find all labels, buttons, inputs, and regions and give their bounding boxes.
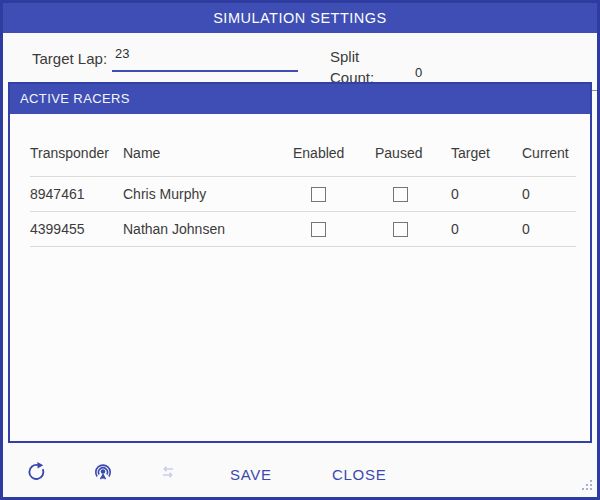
col-header-target: Target	[451, 114, 522, 177]
enabled-checkbox[interactable]	[311, 187, 326, 202]
close-button[interactable]: CLOSE	[328, 462, 390, 486]
active-racers-panel: ACTIVE RACERS Transponder Name Enabled P…	[8, 82, 592, 443]
racer-row: 8947461 Chris Murphy 0 0	[30, 177, 576, 212]
transponder-cell: 8947461	[30, 177, 123, 212]
racer-row: 4399455 Nathan Johnsen 0 0	[30, 212, 576, 247]
name-cell: Nathan Johnsen	[123, 212, 293, 247]
broadcast-button[interactable]	[89, 458, 117, 488]
titlebar[interactable]: SIMULATION SETTINGS	[3, 3, 597, 33]
swap-arrows-icon	[158, 462, 178, 482]
col-header-transponder: Transponder	[30, 114, 123, 177]
resize-grip[interactable]	[580, 478, 594, 492]
current-cell: 0	[522, 177, 576, 212]
target-lap-field: Target Lap:	[32, 46, 298, 72]
active-racers-title: ACTIVE RACERS	[20, 91, 130, 106]
col-header-current: Current	[522, 114, 576, 177]
refresh-icon	[25, 461, 47, 483]
simulation-settings-window: SIMULATION SETTINGS Target Lap: Split Co…	[0, 0, 600, 500]
swap-button[interactable]	[154, 458, 182, 488]
transponder-cell: 4399455	[30, 212, 123, 247]
enabled-checkbox[interactable]	[311, 222, 326, 237]
table-header-row: Transponder Name Enabled Paused Target C…	[30, 114, 576, 177]
col-header-enabled: Enabled	[293, 114, 375, 177]
save-button[interactable]: SAVE	[226, 462, 276, 486]
current-cell: 0	[522, 212, 576, 247]
col-header-name: Name	[123, 114, 293, 177]
antenna-broadcast-icon	[91, 460, 115, 484]
refresh-button[interactable]	[22, 458, 50, 488]
window-title: SIMULATION SETTINGS	[213, 10, 387, 26]
target-lap-input[interactable]	[112, 46, 298, 72]
paused-checkbox[interactable]	[393, 187, 408, 202]
name-cell: Chris Murphy	[123, 177, 293, 212]
target-cell: 0	[451, 212, 522, 247]
target-cell: 0	[451, 177, 522, 212]
racers-table: Transponder Name Enabled Paused Target C…	[30, 114, 576, 247]
col-header-paused: Paused	[375, 114, 451, 177]
paused-checkbox[interactable]	[393, 222, 408, 237]
active-racers-header: ACTIVE RACERS	[10, 84, 590, 114]
target-lap-label: Target Lap:	[32, 48, 107, 72]
